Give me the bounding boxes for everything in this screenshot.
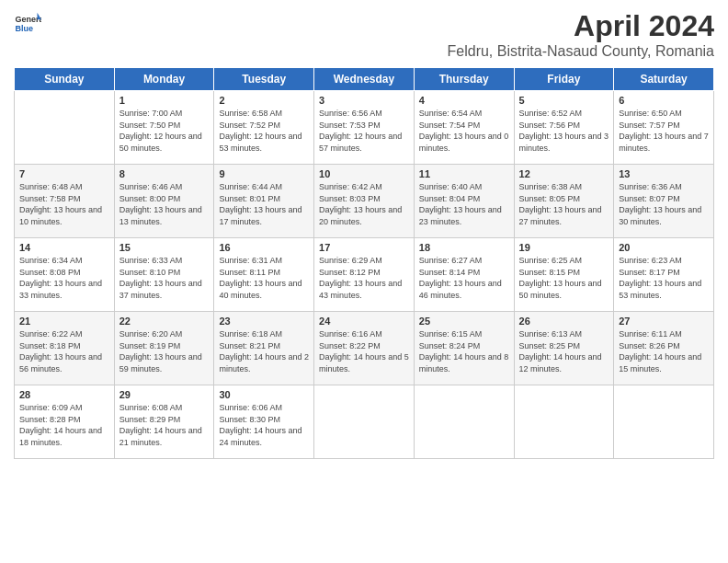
- cell-content: Sunrise: 6:23 AM Sunset: 8:17 PM Dayligh…: [619, 255, 709, 301]
- calendar-cell: 27Sunrise: 6:11 AM Sunset: 8:26 PM Dayli…: [614, 312, 714, 385]
- calendar-cell: 3Sunrise: 6:56 AM Sunset: 7:53 PM Daylig…: [314, 91, 415, 165]
- calendar-cell: 19Sunrise: 6:25 AM Sunset: 8:15 PM Dayli…: [514, 238, 614, 312]
- col-friday: Friday: [514, 68, 614, 91]
- calendar-cell: 14Sunrise: 6:34 AM Sunset: 8:08 PM Dayli…: [15, 238, 115, 312]
- calendar-cell: 16Sunrise: 6:31 AM Sunset: 8:11 PM Dayli…: [214, 238, 314, 312]
- day-number: 2: [219, 95, 309, 106]
- calendar-cell: 17Sunrise: 6:29 AM Sunset: 8:12 PM Dayli…: [314, 238, 415, 312]
- col-monday: Monday: [114, 68, 214, 91]
- calendar-cell: 30Sunrise: 6:06 AM Sunset: 8:30 PM Dayli…: [214, 385, 314, 459]
- cell-content: Sunrise: 6:52 AM Sunset: 7:56 PM Dayligh…: [519, 108, 609, 154]
- page-container: General Blue April 2024 Feldru, Bistrita…: [0, 0, 728, 464]
- cell-content: Sunrise: 6:48 AM Sunset: 7:58 PM Dayligh…: [19, 181, 109, 227]
- cell-content: Sunrise: 6:09 AM Sunset: 8:28 PM Dayligh…: [19, 402, 109, 448]
- cell-content: Sunrise: 6:27 AM Sunset: 8:14 PM Dayligh…: [419, 255, 509, 301]
- cell-content: Sunrise: 6:06 AM Sunset: 8:30 PM Dayligh…: [219, 402, 309, 448]
- calendar-cell: 11Sunrise: 6:40 AM Sunset: 8:04 PM Dayli…: [414, 165, 514, 238]
- cell-content: Sunrise: 6:18 AM Sunset: 8:21 PM Dayligh…: [219, 328, 309, 374]
- calendar-cell: 23Sunrise: 6:18 AM Sunset: 8:21 PM Dayli…: [214, 312, 314, 385]
- calendar-cell: 10Sunrise: 6:42 AM Sunset: 8:03 PM Dayli…: [314, 165, 415, 238]
- calendar-cell: 24Sunrise: 6:16 AM Sunset: 8:22 PM Dayli…: [314, 312, 415, 385]
- day-number: 22: [119, 316, 210, 327]
- day-number: 27: [619, 316, 709, 327]
- day-number: 14: [19, 242, 109, 253]
- calendar-cell: 2Sunrise: 6:58 AM Sunset: 7:52 PM Daylig…: [214, 91, 314, 165]
- day-number: 18: [419, 242, 509, 253]
- cell-content: Sunrise: 6:50 AM Sunset: 7:57 PM Dayligh…: [619, 108, 709, 154]
- day-number: 15: [119, 242, 210, 253]
- calendar-week-row-2: 14Sunrise: 6:34 AM Sunset: 8:08 PM Dayli…: [15, 238, 714, 312]
- calendar-cell: 7Sunrise: 6:48 AM Sunset: 7:58 PM Daylig…: [15, 165, 115, 238]
- calendar-week-row-1: 7Sunrise: 6:48 AM Sunset: 7:58 PM Daylig…: [15, 165, 714, 238]
- calendar-cell: 12Sunrise: 6:38 AM Sunset: 8:05 PM Dayli…: [514, 165, 614, 238]
- calendar-cell: 28Sunrise: 6:09 AM Sunset: 8:28 PM Dayli…: [15, 385, 115, 459]
- day-number: 13: [619, 168, 709, 179]
- day-number: 6: [619, 95, 709, 106]
- day-number: 21: [19, 316, 109, 327]
- day-number: 8: [119, 168, 210, 179]
- calendar-cell: 8Sunrise: 6:46 AM Sunset: 8:00 PM Daylig…: [114, 165, 214, 238]
- logo: General Blue: [14, 9, 41, 37]
- day-number: 17: [319, 242, 409, 253]
- col-wednesday: Wednesday: [314, 68, 415, 91]
- day-number: 28: [19, 389, 109, 400]
- calendar-cell: [614, 385, 714, 459]
- svg-text:Blue: Blue: [16, 24, 34, 33]
- col-thursday: Thursday: [414, 68, 514, 91]
- day-number: 10: [319, 168, 409, 179]
- cell-content: Sunrise: 6:42 AM Sunset: 8:03 PM Dayligh…: [319, 181, 409, 227]
- day-number: 1: [119, 95, 210, 106]
- day-number: 7: [19, 168, 109, 179]
- main-title: April 2024: [448, 9, 715, 43]
- calendar-cell: 9Sunrise: 6:44 AM Sunset: 8:01 PM Daylig…: [214, 165, 314, 238]
- cell-content: Sunrise: 6:16 AM Sunset: 8:22 PM Dayligh…: [319, 328, 409, 374]
- day-number: 25: [419, 316, 509, 327]
- calendar-cell: 20Sunrise: 6:23 AM Sunset: 8:17 PM Dayli…: [614, 238, 714, 312]
- cell-content: Sunrise: 6:22 AM Sunset: 8:18 PM Dayligh…: [19, 328, 109, 374]
- cell-content: Sunrise: 7:00 AM Sunset: 7:50 PM Dayligh…: [119, 108, 210, 154]
- day-number: 26: [519, 316, 609, 327]
- cell-content: Sunrise: 6:31 AM Sunset: 8:11 PM Dayligh…: [219, 255, 309, 301]
- day-number: 23: [219, 316, 309, 327]
- day-number: 29: [119, 389, 210, 400]
- cell-content: Sunrise: 6:29 AM Sunset: 8:12 PM Dayligh…: [319, 255, 409, 301]
- cell-content: Sunrise: 6:20 AM Sunset: 8:19 PM Dayligh…: [119, 328, 210, 374]
- calendar-cell: 5Sunrise: 6:52 AM Sunset: 7:56 PM Daylig…: [514, 91, 614, 165]
- logo-icon: General Blue: [14, 9, 41, 37]
- cell-content: Sunrise: 6:38 AM Sunset: 8:05 PM Dayligh…: [519, 181, 609, 227]
- cell-content: Sunrise: 6:36 AM Sunset: 8:07 PM Dayligh…: [619, 181, 709, 227]
- calendar-cell: 18Sunrise: 6:27 AM Sunset: 8:14 PM Dayli…: [414, 238, 514, 312]
- calendar-week-row-3: 21Sunrise: 6:22 AM Sunset: 8:18 PM Dayli…: [15, 312, 714, 385]
- calendar-week-row-4: 28Sunrise: 6:09 AM Sunset: 8:28 PM Dayli…: [15, 385, 714, 459]
- day-number: 9: [219, 168, 309, 179]
- cell-content: Sunrise: 6:44 AM Sunset: 8:01 PM Dayligh…: [219, 181, 309, 227]
- calendar-cell: 15Sunrise: 6:33 AM Sunset: 8:10 PM Dayli…: [114, 238, 214, 312]
- calendar-cell: 22Sunrise: 6:20 AM Sunset: 8:19 PM Dayli…: [114, 312, 214, 385]
- calendar-cell: 29Sunrise: 6:08 AM Sunset: 8:29 PM Dayli…: [114, 385, 214, 459]
- calendar-cell: [414, 385, 514, 459]
- day-number: 11: [419, 168, 509, 179]
- col-tuesday: Tuesday: [214, 68, 314, 91]
- calendar-cell: 1Sunrise: 7:00 AM Sunset: 7:50 PM Daylig…: [114, 91, 214, 165]
- day-number: 3: [319, 95, 409, 106]
- cell-content: Sunrise: 6:58 AM Sunset: 7:52 PM Dayligh…: [219, 108, 309, 154]
- col-saturday: Saturday: [614, 68, 714, 91]
- calendar-cell: 26Sunrise: 6:13 AM Sunset: 8:25 PM Dayli…: [514, 312, 614, 385]
- cell-content: Sunrise: 6:13 AM Sunset: 8:25 PM Dayligh…: [519, 328, 609, 374]
- day-number: 12: [519, 168, 609, 179]
- cell-content: Sunrise: 6:08 AM Sunset: 8:29 PM Dayligh…: [119, 402, 210, 448]
- cell-content: Sunrise: 6:54 AM Sunset: 7:54 PM Dayligh…: [419, 108, 509, 154]
- cell-content: Sunrise: 6:46 AM Sunset: 8:00 PM Dayligh…: [119, 181, 210, 227]
- cell-content: Sunrise: 6:15 AM Sunset: 8:24 PM Dayligh…: [419, 328, 509, 374]
- cell-content: Sunrise: 6:33 AM Sunset: 8:10 PM Dayligh…: [119, 255, 210, 301]
- day-number: 24: [319, 316, 409, 327]
- calendar-cell: 4Sunrise: 6:54 AM Sunset: 7:54 PM Daylig…: [414, 91, 514, 165]
- calendar-cell: 25Sunrise: 6:15 AM Sunset: 8:24 PM Dayli…: [414, 312, 514, 385]
- calendar-week-row-0: 1Sunrise: 7:00 AM Sunset: 7:50 PM Daylig…: [15, 91, 714, 165]
- cell-content: Sunrise: 6:40 AM Sunset: 8:04 PM Dayligh…: [419, 181, 509, 227]
- header: General Blue April 2024 Feldru, Bistrita…: [14, 9, 714, 60]
- day-number: 16: [219, 242, 309, 253]
- cell-content: Sunrise: 6:25 AM Sunset: 8:15 PM Dayligh…: [519, 255, 609, 301]
- cell-content: Sunrise: 6:11 AM Sunset: 8:26 PM Dayligh…: [619, 328, 709, 374]
- title-section: April 2024 Feldru, Bistrita-Nasaud Count…: [448, 9, 715, 60]
